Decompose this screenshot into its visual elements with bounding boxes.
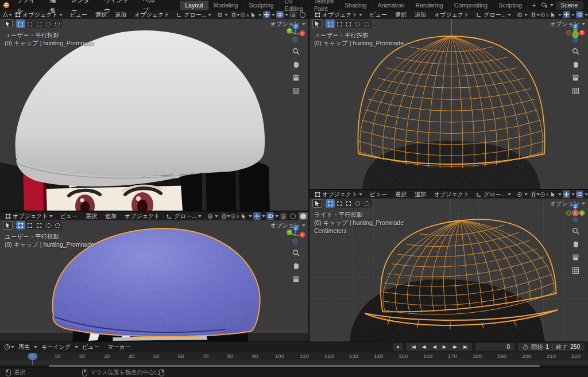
shading-wireframe-button[interactable] [288,212,297,220]
menu-object[interactable]: オブジェクト [430,190,473,199]
viewport-canvas[interactable] [310,19,588,189]
show-overlays-toggle[interactable] [576,191,583,198]
orthographic-toggle-icon[interactable] [571,86,580,95]
camera-view-icon[interactable] [571,73,580,82]
select-lasso-tool[interactable] [53,221,62,230]
xray-toggle[interactable] [280,212,287,220]
object-visibility-dropdown[interactable] [550,11,557,18]
workspace-tab-texture-paint[interactable]: Texture Paint [309,0,339,14]
jump-to-start-button[interactable]: |◀ [409,344,416,349]
select-extend-tool[interactable] [25,221,34,230]
orthographic-toggle-icon[interactable] [571,266,580,275]
select-lasso-tool[interactable] [53,20,62,28]
active-tool-button[interactable] [312,20,322,28]
menu-marker[interactable]: マーカー [103,343,134,351]
snap-magnet-icon[interactable] [221,212,227,220]
current-frame-field[interactable]: 0 [475,343,514,351]
pan-hand-icon[interactable] [571,60,580,69]
pan-hand-icon[interactable] [571,239,580,248]
select-circle-tool[interactable] [44,221,53,230]
viewport-bottom-right[interactable]: オブジェクト ビュー 選択 追加 オブジェクト グロー... [310,190,588,341]
viewport-canvas[interactable] [310,199,588,341]
prev-keyframe-button[interactable]: ◀• [420,344,428,349]
navigation-gizmo[interactable]: Z Y X [286,224,305,244]
orthographic-toggle-icon[interactable] [291,86,300,95]
menu-help[interactable]: ヘルプ [138,0,165,15]
select-box-tool[interactable] [16,20,25,28]
falloff-icon[interactable]: ∧ [546,191,550,198]
cap-object-wireframe[interactable] [358,36,544,168]
camera-view-icon[interactable] [291,274,300,283]
workspace-tab-scripting[interactable]: Scripting [493,1,528,10]
jump-to-end-button[interactable]: ▶| [462,344,469,349]
workspace-tab-animation[interactable]: Animation [373,1,411,10]
start-frame-value[interactable]: 1 [546,344,549,350]
scene-browse-caret[interactable] [550,4,554,6]
select-extend-tool[interactable] [335,20,344,28]
active-tool-button[interactable] [3,20,13,28]
scene-icon[interactable] [540,2,548,9]
object-visibility-dropdown[interactable] [250,11,257,18]
navigation-gizmo[interactable]: Z X Y [566,203,585,222]
pivot-point-dropdown[interactable] [514,192,531,197]
active-tool-button[interactable] [312,199,322,208]
menu-playback[interactable]: 再生 [14,343,34,351]
scene-name-field[interactable]: Scene [556,1,583,10]
menu-select[interactable]: 選択 [82,212,101,220]
falloff-icon[interactable]: ∧ [246,11,250,18]
shading-solid-button[interactable] [299,212,308,220]
falloff-icon[interactable]: ∧ [546,11,550,18]
show-overlays-toggle[interactable] [266,212,274,220]
workspace-tab-sculpting[interactable]: Sculpting [243,1,279,10]
timeline-editor-icon[interactable] [3,343,11,351]
timeline-ruler[interactable]: 0 10203040506070809010011012013014015016… [0,352,588,360]
play-button[interactable]: ▶ [441,344,447,349]
show-gizmo-toggle[interactable] [563,11,570,18]
workspace-tab-rendering[interactable]: Rendering [410,1,448,10]
pan-hand-icon[interactable] [291,261,300,270]
zoom-tool-icon[interactable] [571,46,580,56]
object-visibility-dropdown[interactable] [550,191,557,198]
show-overlays-toggle[interactable] [576,11,583,18]
play-reverse-button[interactable]: ◀ [431,344,438,349]
snap-magnet-icon[interactable] [531,11,536,18]
menu-render[interactable]: レンダー [66,0,99,15]
transform-orientation-dropdown[interactable]: グロー... [164,212,204,220]
workspace-tab-compositing[interactable]: Compositing [449,1,493,10]
object-visibility-dropdown[interactable] [240,212,247,220]
menu-add[interactable]: 追加 [411,190,430,199]
menu-add[interactable]: 追加 [101,212,121,220]
menu-select[interactable]: 選択 [391,190,411,199]
menu-view[interactable]: ビュー [365,190,390,199]
proportional-edit-icon[interactable] [540,191,546,198]
blender-logo-icon[interactable] [0,1,11,9]
head-wireframe[interactable] [350,279,545,341]
navigation-gizmo[interactable]: Z X [566,23,585,42]
snap-magnet-icon[interactable] [531,191,536,198]
select-box-tool[interactable] [16,221,25,230]
select-box-tool[interactable] [326,20,335,28]
select-lasso-tool[interactable] [362,199,372,208]
select-circle-tool[interactable] [353,20,362,28]
menu-edit[interactable]: 編集 [45,0,66,15]
frame-range-fields[interactable]: 開始 1 | 終了 250 [518,343,585,351]
select-circle-tool[interactable] [353,199,362,208]
menu-add[interactable]: 追加 [411,10,430,19]
next-keyframe-button[interactable]: •▶ [451,344,458,349]
current-frame-indicator[interactable]: 0 [28,353,37,360]
workspace-tab-modeling[interactable]: Modeling [208,1,244,10]
select-subtract-tool[interactable] [34,221,44,230]
workspace-tab-layout[interactable]: Layout [180,1,208,10]
menu-file[interactable]: ファイル [11,0,44,15]
viewport-top-right[interactable]: オブジェクト ビュー 選択 追加 オブジェクト グロー... [310,10,588,189]
active-tool-button[interactable] [3,221,13,230]
pivot-point-dropdown[interactable] [514,12,531,18]
viewport-canvas[interactable] [0,19,308,211]
cap-object-selected[interactable] [52,228,260,336]
navigation-gizmo[interactable]: Z Y X [286,23,305,42]
proportional-edit-icon[interactable] [540,11,546,18]
select-subtract-tool[interactable] [34,20,44,28]
pan-hand-icon[interactable] [291,60,300,69]
menu-view[interactable]: ビュー [56,212,81,220]
falloff-icon[interactable]: ∧ [236,212,240,220]
